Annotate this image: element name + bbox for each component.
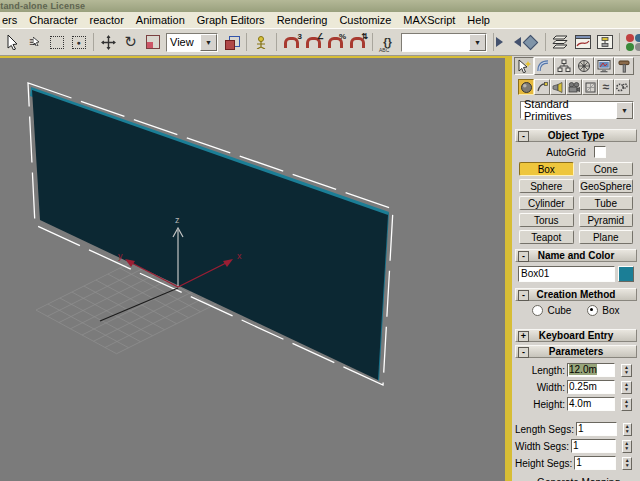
button-plane[interactable]: Plane — [579, 230, 634, 244]
named-selection-dropdown[interactable]: ▼ — [401, 33, 487, 52]
select-object-button[interactable] — [2, 32, 23, 53]
button-cylinder[interactable]: Cylinder — [519, 196, 574, 210]
rollout-object-type: - Object Type AutoGrid Box Cone Sphere G… — [515, 129, 637, 244]
rollout-collapse-toggle[interactable]: - — [518, 251, 529, 262]
select-by-name-button[interactable]: ≡ — [24, 32, 45, 53]
length-segs-field[interactable]: 1 — [576, 422, 617, 436]
menu-item-rendering[interactable]: Rendering — [271, 13, 334, 27]
menu-item-help[interactable]: Help — [461, 13, 496, 27]
tab-utilities[interactable] — [614, 57, 634, 75]
toolbar-separator — [545, 33, 546, 51]
radio-box-dot[interactable] — [587, 305, 598, 316]
menu-item-graph-editors[interactable]: Graph Editors — [191, 13, 271, 27]
rollout-collapse-toggle[interactable]: - — [518, 347, 529, 358]
use-pivot-point-center-button[interactable] — [221, 32, 242, 53]
rollout-name-color-header[interactable]: - Name and Color — [515, 249, 637, 262]
rollout-collapse-toggle[interactable]: - — [518, 290, 529, 301]
rollout-object-type-header[interactable]: - Object Type — [515, 129, 637, 142]
menu-item-maxscript[interactable]: MAXScript — [397, 13, 461, 27]
curve-editor-button[interactable] — [572, 32, 593, 53]
button-geosphere[interactable]: GeoSphere — [579, 179, 634, 193]
select-and-scale-button[interactable] — [142, 32, 163, 53]
radio-cube-dot[interactable] — [532, 305, 543, 316]
rollout-title: Parameters — [516, 346, 636, 357]
height-segs-spinner[interactable]: ▲▼ — [622, 457, 632, 470]
height-spinner[interactable]: ▲▼ — [621, 398, 632, 411]
height-segs-field[interactable]: 1 — [574, 456, 616, 470]
category-systems[interactable] — [614, 79, 630, 95]
dropdown-arrow-icon[interactable]: ▼ — [200, 34, 217, 51]
width-value: 0.25m — [569, 381, 597, 392]
button-tube[interactable]: Tube — [579, 196, 634, 210]
tab-motion[interactable] — [574, 57, 594, 75]
width-segs-value: 1 — [573, 440, 579, 451]
material-editor-button[interactable] — [624, 32, 640, 53]
width-spinner[interactable]: ▲▼ — [621, 381, 632, 394]
rollout-expand-toggle[interactable]: + — [518, 331, 529, 342]
schematic-view-button[interactable] — [594, 32, 615, 53]
snap-toggle-3d-button[interactable]: 3 — [281, 32, 302, 53]
align-button[interactable] — [520, 32, 541, 53]
category-lights[interactable] — [550, 79, 566, 95]
tab-create[interactable] — [514, 57, 534, 75]
category-shapes[interactable] — [534, 79, 550, 95]
angle-snap-toggle-button[interactable]: ∠ — [303, 32, 324, 53]
category-geometry[interactable] — [518, 79, 534, 95]
menu-item-customize[interactable]: Customize — [333, 13, 397, 27]
rollout-title: Name and Color — [516, 250, 636, 261]
window-crossing-toggle-button[interactable]: ● — [68, 32, 89, 53]
button-pyramid[interactable]: Pyramid — [579, 213, 634, 227]
height-field[interactable]: 4.0m — [567, 397, 615, 411]
category-space-warps[interactable]: ≈ — [598, 79, 614, 95]
layer-manager-button[interactable] — [550, 32, 571, 53]
category-cameras[interactable] — [566, 79, 582, 95]
axis-label-y: y — [118, 251, 123, 261]
viewport-perspective[interactable]: z x y — [0, 58, 505, 481]
rectangular-selection-region-button[interactable] — [46, 32, 67, 53]
radio-cube[interactable]: Cube — [532, 305, 571, 316]
width-field[interactable]: 0.25m — [567, 380, 615, 394]
tab-hierarchy[interactable] — [554, 57, 574, 75]
menu-item-character[interactable]: Character — [23, 13, 83, 27]
rollout-collapse-toggle[interactable]: - — [518, 131, 529, 142]
button-torus[interactable]: Torus — [519, 213, 574, 227]
rollout-name-and-color: - Name and Color Box01 — [515, 249, 637, 282]
button-cone[interactable]: Cone — [579, 162, 634, 176]
reference-coordinate-dropdown[interactable]: View ▼ — [166, 33, 218, 52]
select-and-move-button[interactable] — [98, 32, 119, 53]
object-color-swatch[interactable] — [618, 266, 634, 282]
object-name-field[interactable]: Box01 — [518, 266, 615, 282]
length-spinner[interactable]: ▲▼ — [621, 364, 632, 377]
title-bar[interactable]: Stand-alone License — [0, 0, 640, 12]
button-box[interactable]: Box — [519, 162, 574, 176]
tab-modify[interactable] — [534, 57, 554, 75]
crossing-selection-icon: ● — [72, 36, 86, 49]
tab-display[interactable] — [594, 57, 614, 75]
select-and-manipulate-button[interactable] — [251, 32, 272, 53]
percent-snap-toggle-button[interactable]: % — [325, 32, 346, 53]
menu-item-modifiers-cropped[interactable]: ers — [0, 13, 23, 27]
rollout-creation-method-header[interactable]: - Creation Method — [515, 288, 637, 301]
dropdown-arrow-icon[interactable]: ▼ — [616, 102, 633, 119]
width-segs-spinner[interactable]: ▲▼ — [622, 440, 632, 453]
category-helpers[interactable] — [582, 79, 598, 95]
edit-named-selection-sets-button[interactable]: {} ABC — [377, 32, 398, 53]
width-segs-field[interactable]: 1 — [571, 439, 616, 453]
toolbar-separator — [93, 33, 94, 51]
radio-box[interactable]: Box — [587, 305, 619, 316]
spinner-snap-toggle-button[interactable]: ⇅ — [347, 32, 368, 53]
length-segs-spinner[interactable]: ▲▼ — [623, 423, 632, 436]
button-teapot[interactable]: Teapot — [519, 230, 574, 244]
category-dropdown[interactable]: Standard Primitives ▼ — [520, 101, 634, 119]
menu-item-animation[interactable]: Animation — [130, 13, 191, 27]
length-field[interactable]: 12.0m — [567, 363, 615, 377]
rollout-keyboard-entry-header[interactable]: + Keyboard Entry — [515, 329, 637, 342]
autogrid-checkbox[interactable] — [594, 146, 606, 158]
mirror-button[interactable] — [498, 32, 519, 53]
rollout-parameters-header[interactable]: - Parameters — [515, 345, 637, 358]
dropdown-arrow-icon[interactable]: ▼ — [469, 34, 486, 51]
button-sphere[interactable]: Sphere — [519, 179, 574, 193]
select-and-rotate-button[interactable]: ↻ — [120, 32, 141, 53]
menu-item-reactor[interactable]: reactor — [84, 13, 130, 27]
reference-coordinate-value: View — [167, 36, 200, 48]
